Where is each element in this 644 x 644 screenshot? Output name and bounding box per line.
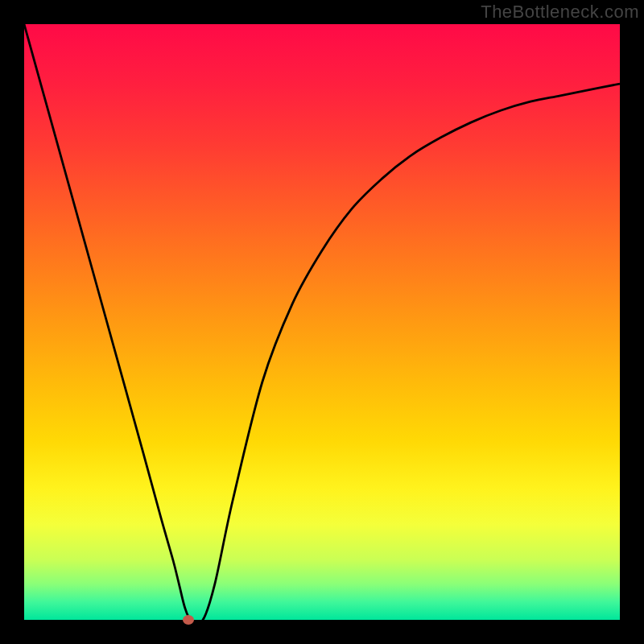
- optimal-point-marker: [183, 615, 194, 625]
- watermark-text: TheBottleneck.com: [481, 2, 639, 23]
- plot-area: [24, 24, 620, 620]
- bottleneck-curve: [24, 24, 620, 620]
- curve-svg: [24, 24, 620, 620]
- chart-frame: TheBottleneck.com: [0, 0, 644, 644]
